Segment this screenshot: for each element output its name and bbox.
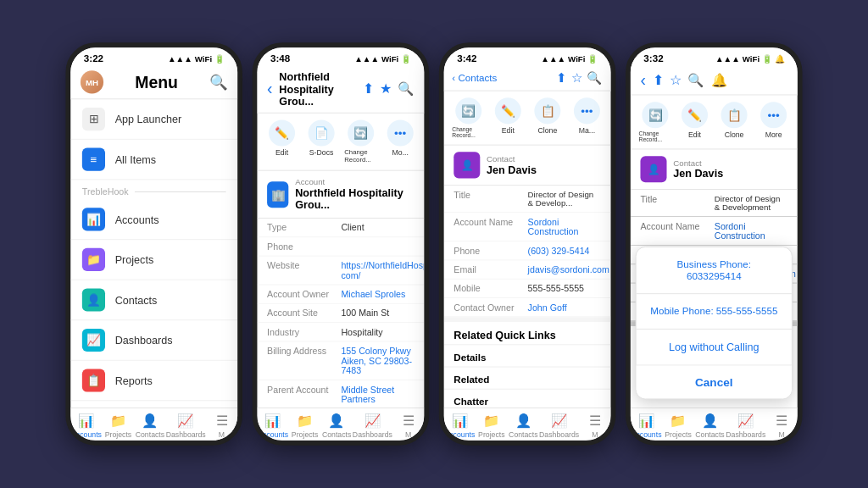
value-account-4[interactable]: Sordoni Construction [715,221,787,241]
star-icon-4[interactable]: ☆ [670,72,682,87]
change-record-button-2[interactable]: 🔄 Change Record... [344,120,377,164]
value-email-3[interactable]: jdavis@sordoni.com [528,264,609,274]
change-record-button-3[interactable]: 🔄 Change Record... [452,97,485,138]
tab-accounts-label-3: Accounts [444,430,475,439]
time-2: 3:48 [270,53,290,64]
battery-icon-2: 🔋 [401,53,411,63]
more-button-2[interactable]: ••• Mo... [384,120,417,164]
value-contact-owner-3[interactable]: John Goff [528,302,601,313]
tab-more-2[interactable]: ☰ M [392,413,424,439]
tab-contacts-4[interactable]: 👤 Contacts [694,413,726,439]
status-bar-2: 3:48 ▲▲▲ WiFi 🔋 [257,47,424,67]
value-billing[interactable]: 155 Colony Pkwy Aiken, SC 29803-7483 [341,346,414,375]
bell-nav-icon-4[interactable]: 🔔 [711,72,727,87]
tab-contacts-icon-2: 👤 [328,413,344,429]
tab-projects-4[interactable]: 📁 Projects [662,413,693,439]
field-parent: Parent Account Middle Street Partners [257,380,424,408]
tab-contacts-2[interactable]: 👤 Contacts [320,413,352,439]
menu-scroll[interactable]: ⊞ App Launcher ≡ All Items TrebleHook 📊 … [70,99,237,408]
clone-button-3[interactable]: 📋 Clone [531,97,564,138]
tab-dashboards-4[interactable]: 📈 Dashboards [726,413,765,439]
value-phone-3[interactable]: (603) 329-5414 [528,246,601,256]
signal-icon-2: ▲▲▲ [354,53,379,63]
star-icon-3[interactable]: ☆ [571,70,582,85]
battery-icon-1: 🔋 [214,53,225,63]
contact-scroll-3[interactable]: Title Director of Design & Develop... Ac… [444,186,611,408]
popup-cancel-button[interactable]: Cancel [637,366,792,399]
edit-button-3[interactable]: ✏️ Edit [492,97,525,138]
edit-icon-2: ✏️ [269,120,295,147]
value-account-3[interactable]: Sordoni Construction [528,217,601,236]
share-icon-2[interactable]: ⬆ [363,81,374,97]
contact-record-name-4: Jen Davis [673,168,723,180]
menu-item-all-items[interactable]: ≡ All Items [70,140,237,180]
menu-item-tasks[interactable]: ✓ Tasks [70,401,237,408]
tab-dashboards-1[interactable]: 📈 Dashboards [166,413,206,439]
sdocs-button[interactable]: 📄 S-Docs [305,120,338,164]
tab-dashboards-3[interactable]: 📈 Dashboards [539,413,579,439]
account-scroll[interactable]: Type Client Phone Website https://Northf… [257,219,424,408]
star-icon-2[interactable]: ★ [380,81,392,97]
back-link-3[interactable]: ‹ Contacts [452,72,497,84]
tab-dashboards-label-4: Dashboards [726,430,765,439]
tab-bar-1: 📊 Accounts 📁 Projects 👤 Contacts 📈 Dashb… [70,408,237,441]
edit-button-4[interactable]: ✏️ Edit [678,102,711,142]
wifi-icon-4: WiFi [743,53,760,63]
tab-contacts-1[interactable]: 👤 Contacts [134,413,165,439]
value-parent[interactable]: Middle Street Partners [341,385,414,404]
tab-dashboards-2[interactable]: 📈 Dashboards [353,413,392,439]
change-record-button-4[interactable]: 🔄 Change Record... [639,102,672,142]
value-owner[interactable]: Michael Sproles [341,289,414,299]
tab-projects-icon-1: 📁 [110,413,126,429]
sdocs-icon: 📄 [309,120,335,147]
phone-popup: Business Phone: 6033295414 Mobile Phone:… [636,247,793,399]
tab-more-3[interactable]: ☰ M [579,413,610,439]
more-label-4: More [765,130,782,139]
contact-action-buttons-4: 🔄 Change Record... ✏️ Edit 📋 Clone ••• M… [631,95,798,149]
account-action-icons: ⬆ ★ 🔍 [363,81,415,97]
back-button-4[interactable]: ‹ [640,70,645,89]
menu-item-contacts[interactable]: 👤 Contacts [70,280,237,321]
clone-button-4[interactable]: 📋 Clone [718,102,751,142]
menu-item-reports[interactable]: 📋 Reports [70,361,237,402]
tab-accounts-3[interactable]: 📊 Accounts [444,413,476,439]
tab-projects-3[interactable]: 📁 Projects [476,413,507,439]
share-icon-4[interactable]: ⬆ [653,72,664,87]
edit-button-2[interactable]: ✏️ Edit [265,120,298,164]
popup-business-phone[interactable]: Business Phone: 6033295414 [637,247,792,294]
search-icon-1[interactable]: 🔍 [209,73,227,91]
more-button-3[interactable]: ••• Ma... [570,97,604,138]
tab-more-4[interactable]: ☰ M [765,413,797,439]
popup-log-without-calling[interactable]: Log without Calling [637,330,792,366]
value-phone [341,241,414,252]
search-icon-2[interactable]: 🔍 [398,81,414,97]
avatar[interactable]: MH [81,70,103,93]
menu-item-accounts[interactable]: 📊 Accounts [70,200,237,241]
nav-bar-menu: MH Menu 🔍 [70,67,237,99]
tab-accounts-2[interactable]: 📊 Accounts [257,413,288,439]
change-label-3: Change Record... [452,126,485,138]
tab-contacts-label-3: Contacts [509,430,537,439]
menu-item-app-launcher[interactable]: ⊞ App Launcher [70,99,237,140]
popup-mobile-phone[interactable]: Mobile Phone: 555-555-5555 [637,294,792,330]
search-icon-4[interactable]: 🔍 [687,72,704,87]
tab-more-1[interactable]: ☰ M [206,413,237,439]
search-icon-3[interactable]: 🔍 [587,70,602,85]
tab-accounts-4[interactable]: 📊 Accounts [631,413,662,439]
menu-item-projects[interactable]: 📁 Projects [70,240,237,280]
tab-projects-label-3: Projects [478,430,505,439]
share-icon-3[interactable]: ⬆ [556,70,567,85]
value-website[interactable]: https://NorthfieldHospitalityGn com/ [341,260,424,280]
back-button-2[interactable]: ‹ [267,80,272,98]
tab-projects-1[interactable]: 📁 Projects [103,413,134,439]
change-icon-3: 🔄 [455,97,481,124]
tab-projects-label-2: Projects [292,430,319,439]
menu-title: Menu [135,73,178,92]
more-button-4[interactable]: ••• More [757,102,790,142]
edit-label-4: Edit [688,130,701,139]
tab-contacts-3[interactable]: 👤 Contacts [508,413,539,439]
tab-accounts-1[interactable]: 📊 Accounts [70,413,102,439]
related-quick-links-3: Related Quick Links [444,317,611,344]
menu-item-dashboards[interactable]: 📈 Dashboards [70,320,237,361]
tab-projects-2[interactable]: 📁 Projects [289,413,320,439]
